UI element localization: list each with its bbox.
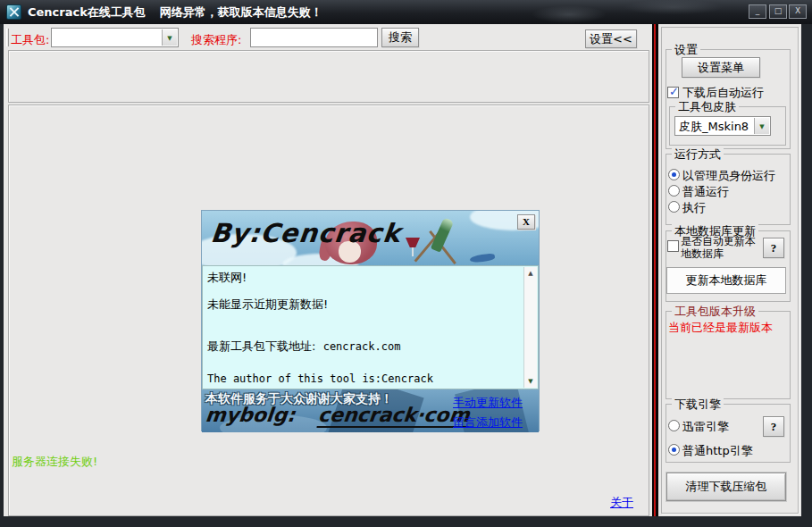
radio-run-normal[interactable] [668, 185, 680, 197]
message-line: The author of this tool is:Cencrack [207, 372, 433, 385]
blue-bird-shape [470, 253, 496, 264]
title-status-text: 网络异常，获取版本信息失败！ [160, 5, 322, 19]
scroll-up-icon[interactable]: ▲ [524, 270, 537, 277]
popup-footer: 本软件服务于大众谢谢大家支持！ mybolg:cencrack·com 手动更新… [202, 389, 539, 432]
vertical-divider [652, 24, 658, 516]
update-local-db-button[interactable]: 更新本地数据库 [666, 267, 786, 294]
auto-update-db-label: 是否自动更新本地数据库 [681, 235, 763, 260]
download-site-url: cencrack.com [323, 340, 401, 353]
search-input[interactable] [250, 28, 378, 47]
version-upgrade-group-title: 工具包版本升级 [672, 304, 758, 320]
banner-artwork: By:Cencrack X [202, 211, 539, 265]
radio-run-normal-label: 普通运行 [682, 184, 729, 200]
manual-update-link[interactable]: 手动更新软件 [453, 395, 523, 411]
engine-help-button[interactable]: ? [763, 416, 784, 437]
message-line: 最新工具包下载地址: cencrack.com [207, 339, 400, 355]
skin-combobox[interactable]: 皮肤_Mskin8 [674, 116, 771, 136]
search-program-label: 搜索程序: [191, 32, 241, 48]
download-site-label: 最新工具包下载地址: [207, 339, 315, 353]
wine-glass-stem [412, 247, 414, 256]
title-bar: Cencrack在线工具包网络异常，获取版本信息失败！ _ □ X [0, 0, 812, 24]
toolbar-gripper[interactable] [6, 29, 9, 46]
radio-run-as-admin-label: 以管理员身份运行 [682, 168, 775, 184]
radio-run-as-admin[interactable] [668, 169, 680, 180]
download-engine-group-title: 下载引擎 [672, 397, 724, 413]
popup-close-button[interactable]: X [517, 214, 535, 230]
search-button[interactable]: 搜索 [381, 28, 419, 47]
blog-label: mybolg: [205, 404, 297, 426]
wine-glass-icon [406, 238, 420, 247]
scroll-down-icon[interactable]: ▼ [524, 378, 537, 385]
run-mode-group-title: 运行方式 [672, 146, 724, 163]
toolkit-combobox[interactable] [51, 28, 179, 47]
radio-thunder-engine[interactable] [668, 420, 680, 431]
server-status-text: 服务器连接失败! [12, 454, 97, 470]
radio-thunder-engine-label: 迅雷引擎 [682, 419, 729, 435]
titlebar-smoke-texture [499, 0, 732, 24]
blog-url: cencrack·com [317, 404, 471, 428]
banner-title: By:Cencrack [209, 218, 402, 248]
app-window: { "window": { "title": "Cencrack在线工具包", … [0, 0, 812, 527]
blog-line: mybolg:cencrack·com [205, 404, 471, 426]
message-line: 未能显示近期更新数据! [207, 297, 328, 313]
window-title: Cencrack在线工具包网络异常，获取版本信息失败！ [28, 4, 322, 21]
feedback-add-link[interactable]: 留言添加软件 [453, 414, 523, 431]
radio-http-engine-label: 普通http引擎 [682, 443, 753, 459]
maximize-button[interactable]: □ [769, 4, 787, 19]
version-status-text: 当前已经是最新版本 [668, 320, 773, 336]
message-line: 未联网! [207, 270, 247, 286]
radio-execute-label: 执行 [682, 200, 706, 216]
settings-toggle-button[interactable]: 设置<< [585, 29, 637, 48]
auto-run-checkbox[interactable] [667, 87, 679, 98]
clean-downloads-button[interactable]: 清理下载压缩包 [666, 473, 786, 501]
minimize-button[interactable]: _ [749, 4, 766, 19]
radio-http-engine[interactable] [668, 444, 680, 456]
app-icon [6, 4, 21, 20]
settings-menu-button[interactable]: 设置菜单 [682, 57, 760, 78]
scrollbar[interactable]: ▲ ▼ [523, 267, 537, 388]
app-title-text: Cencrack在线工具包 [28, 5, 146, 19]
auto-update-db-checkbox[interactable] [667, 240, 679, 252]
toolkit-combobox-input[interactable] [54, 30, 161, 45]
toolkit-dropdown-arrow-icon[interactable] [162, 29, 177, 46]
skin-combobox-value: 皮肤_Mskin8 [679, 119, 749, 135]
upper-empty-panel [8, 50, 649, 103]
radio-execute[interactable] [668, 201, 680, 213]
settings-group-title: 设置 [672, 42, 700, 58]
about-link[interactable]: 关于 [610, 495, 633, 511]
toolkit-label: 工具包: [11, 32, 49, 48]
skin-dropdown-arrow-icon[interactable] [754, 118, 769, 134]
announcement-popup: By:Cencrack X 未联网! 未能显示近期更新数据! 最新工具包下载地址… [201, 210, 540, 431]
announcement-textarea[interactable]: 未联网! 未能显示近期更新数据! 最新工具包下载地址: cencrack.com… [202, 265, 539, 389]
skin-group-title: 工具包皮肤 [675, 99, 739, 115]
database-help-button[interactable]: ? [763, 238, 784, 258]
close-button[interactable]: X [789, 4, 807, 19]
